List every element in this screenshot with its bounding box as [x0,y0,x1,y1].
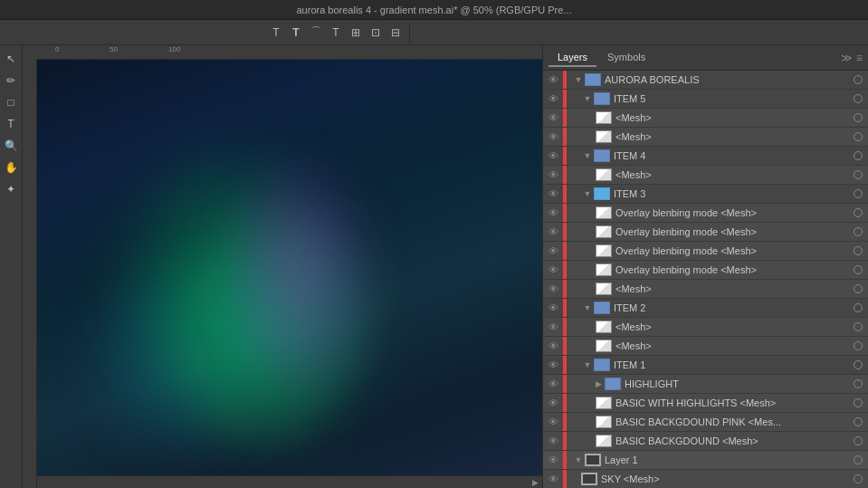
tab-symbols[interactable]: Symbols [598,49,654,67]
layer-row[interactable]: 👁 ▼ AURORA BOREALIS [543,71,868,90]
layer-visibility[interactable]: 👁 [543,302,563,313]
layer-visibility[interactable]: 👁 [543,131,563,142]
layer-circle[interactable] [848,170,868,179]
layer-circle[interactable] [848,417,868,426]
layer-row[interactable]: 👁 ▼ ITEM 1 [543,356,868,375]
layer-row[interactable]: 👁 Overlay blenbing mode <Mesh> [543,204,868,223]
text-tool-curve[interactable]: ⌒ [306,23,326,43]
layer-circle[interactable] [848,265,868,274]
layer-visibility[interactable]: 👁 [543,340,563,351]
text-tool-vert[interactable]: T [326,23,346,43]
canvas-image [37,60,542,488]
layer-circle[interactable] [848,341,868,350]
layer-circle[interactable] [848,398,868,407]
layer-visibility[interactable]: 👁 [543,93,563,104]
layer-circle[interactable] [848,455,868,464]
layer-visibility[interactable]: 👁 [543,321,563,332]
layer-circle[interactable] [848,75,868,84]
layer-visibility[interactable]: 👁 [543,150,563,161]
layer-visibility[interactable]: 👁 [543,455,563,465]
hand-tool[interactable]: ✋ [1,158,21,177]
layer-row[interactable]: 👁 <Mesh> [543,280,868,299]
canvas-wrapper[interactable] [37,60,542,488]
layer-visibility[interactable]: 👁 [543,359,563,370]
select-tool[interactable]: ↖ [1,49,21,69]
layer-visibility[interactable]: 👁 [543,264,563,275]
panel-expand-icon[interactable]: ≫ [841,52,853,64]
layer-visibility[interactable]: 👁 [543,474,563,484]
layer-visibility[interactable]: 👁 [543,74,563,85]
layer-row[interactable]: 👁 <Mesh> [543,166,868,185]
layer-row[interactable]: 👁 BASIC BACKGDOUND <Mesh> [543,432,868,451]
scroll-right-arrow[interactable]: ▶ [532,478,542,487]
layer-visibility[interactable]: 👁 [543,207,563,218]
circle-icon [854,170,863,179]
text-tool-T[interactable]: T [266,23,286,43]
layer-row[interactable]: 👁 Overlay blenbing mode <Mesh> [543,261,868,280]
layer-expand[interactable]: ▼ [581,189,594,198]
text-tool-bold[interactable]: T [286,23,306,43]
layer-row[interactable]: 👁 ▼ ITEM 5 [543,90,868,109]
layer-circle[interactable] [848,303,868,312]
layer-row[interactable]: 👁 <Mesh> [543,128,868,147]
panel-menu-icon[interactable]: ≡ [856,52,863,64]
layer-expand[interactable]: ▼ [581,360,594,369]
layer-circle[interactable] [848,208,868,217]
layer-circle[interactable] [848,189,868,198]
layer-circle[interactable] [848,379,868,388]
layer-visibility[interactable]: 👁 [543,188,563,199]
layer-row[interactable]: 👁 ▶ HIGHLIGHT [543,375,868,394]
layer-expand[interactable]: ▼ [581,303,594,312]
layer-row[interactable]: 👁 BASIC BACKGDOUND PINK <Mes... [543,413,868,432]
layer-circle[interactable] [848,284,868,293]
type-tool[interactable]: T [1,114,21,134]
layer-visibility[interactable]: 👁 [543,245,563,256]
eyedropper-tool[interactable]: ✦ [1,179,21,199]
text-tool-transform[interactable]: ⊟ [386,23,405,43]
circle-icon [854,360,863,369]
text-tool-align[interactable]: ⊞ [346,23,366,43]
layer-circle[interactable] [848,360,868,369]
layer-circle[interactable] [848,322,868,331]
layer-expand[interactable]: ▼ [572,75,585,84]
layer-visibility[interactable]: 👁 [543,397,563,408]
layer-circle[interactable] [848,436,868,445]
layer-visibility[interactable]: 👁 [543,416,563,427]
tab-layers[interactable]: Layers [548,49,596,67]
layer-circle[interactable] [848,113,868,122]
layer-row[interactable]: 👁 ▼ ITEM 3 [543,185,868,204]
layer-row[interactable]: 👁 <Mesh> [543,109,868,128]
layer-expand[interactable]: ▼ [572,455,585,464]
layer-row[interactable]: 👁 ▼ ITEM 2 [543,299,868,318]
layer-folder-icon [585,73,601,86]
h-scrollbar[interactable]: ▶ [37,475,542,488]
layer-circle[interactable] [848,474,868,483]
layer-row[interactable]: 👁 BASIC WITH HIGHLIGHTS <Mesh> [543,394,868,413]
layer-visibility[interactable]: 👁 [543,283,563,294]
layer-row[interactable]: 👁 <Mesh> [543,337,868,356]
layer-row[interactable]: 👁 Overlay blenbing mode <Mesh> [543,223,868,242]
layers-panel[interactable]: 👁 ▼ AURORA BOREALIS 👁 ▼ ITEM 5 👁 [543,71,868,488]
layer-row[interactable]: 👁 <Mesh> [543,318,868,337]
layer-circle[interactable] [848,151,868,160]
layer-visibility[interactable]: 👁 [543,435,563,446]
layer-expand[interactable]: ▼ [581,151,594,160]
layer-row[interactable]: 👁 ▼ Layer 1 [543,451,868,470]
shape-tool[interactable]: □ [1,92,21,112]
layer-circle[interactable] [848,94,868,103]
layer-expand[interactable]: ▼ [581,94,594,103]
text-tool-wrap[interactable]: ⊡ [366,23,386,43]
zoom-tool[interactable]: 🔍 [1,136,21,156]
layer-circle[interactable] [848,246,868,255]
layer-row[interactable]: 👁 SKY <Mesh> [543,470,868,488]
layer-row[interactable]: 👁 ▼ ITEM 4 [543,147,868,166]
layer-expand[interactable]: ▶ [592,379,605,388]
layer-circle[interactable] [848,132,868,141]
layer-visibility[interactable]: 👁 [543,378,563,389]
layer-row[interactable]: 👁 Overlay blenbing mode <Mesh> [543,242,868,261]
layer-visibility[interactable]: 👁 [543,112,563,123]
layer-visibility[interactable]: 👁 [543,169,563,180]
layer-visibility[interactable]: 👁 [543,226,563,237]
pen-tool[interactable]: ✏ [1,71,21,91]
layer-circle[interactable] [848,227,868,236]
